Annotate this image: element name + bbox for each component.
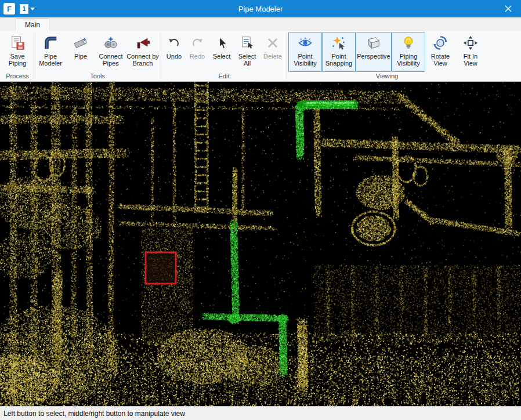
pipe-icon xyxy=(72,34,89,52)
qat-item[interactable]: 1 xyxy=(20,4,28,14)
ribbon-group-tools: Pipe Modeler Pipe Connect Pipes xyxy=(34,31,161,81)
fit-in-view-button[interactable]: Fit In View xyxy=(455,32,486,72)
pipe-modeler-button[interactable]: Pipe Modeler xyxy=(35,32,66,72)
window-title: Pipe Modeler xyxy=(0,5,521,13)
redo-icon xyxy=(189,34,206,52)
app-menu-button[interactable]: F xyxy=(3,3,15,15)
connect-pipes-button[interactable]: Connect Pipes xyxy=(96,32,126,72)
close-icon xyxy=(505,5,512,12)
ribbon-group-edit: Undo Redo Select xyxy=(161,31,287,81)
undo-icon xyxy=(165,34,183,52)
point-snapping-icon xyxy=(330,34,348,52)
status-text: Left button to select, middle/right butt… xyxy=(3,410,185,418)
pipe-modeler-icon xyxy=(42,34,59,52)
undo-button[interactable]: Undo xyxy=(162,32,186,72)
tab-main[interactable]: Main xyxy=(16,18,49,31)
redo-button[interactable]: Redo xyxy=(186,32,209,72)
save-piping-label: Save Piping xyxy=(3,53,32,67)
group-label-viewing: Viewing xyxy=(287,73,487,81)
ribbon-group-viewing: Point Visibility Point Snapping Perspect… xyxy=(287,31,487,81)
connect-by-branch-icon xyxy=(134,34,151,52)
ribbon-tab-row: Main xyxy=(0,17,521,31)
pipe-button[interactable]: Pipe xyxy=(66,32,96,72)
rotate-view-icon xyxy=(432,34,449,52)
select-button[interactable]: Select xyxy=(209,32,234,72)
save-piping-button[interactable]: Save Piping xyxy=(2,32,32,72)
delete-icon xyxy=(264,34,281,52)
point-visibility-icon xyxy=(296,34,314,52)
qat-dropdown-icon[interactable] xyxy=(30,7,35,10)
close-button[interactable] xyxy=(495,0,521,17)
group-label-process: Process xyxy=(1,73,34,81)
ribbon-group-process: Save Piping Process xyxy=(1,31,34,81)
connect-pipes-icon xyxy=(102,34,120,52)
save-icon xyxy=(9,34,26,52)
titlebar: F 1 Pipe Modeler xyxy=(0,0,521,17)
select-all-icon xyxy=(238,34,256,52)
rotate-view-button[interactable]: Rotate View xyxy=(425,32,455,72)
perspective-icon xyxy=(365,34,382,52)
group-label-tools: Tools xyxy=(34,73,161,81)
quick-access-toolbar[interactable]: 1 xyxy=(20,4,35,14)
piping-visibility-button[interactable]: Piping Visibility xyxy=(392,32,425,72)
viewport xyxy=(0,82,521,406)
select-all-button[interactable]: Select All xyxy=(234,32,260,72)
select-icon xyxy=(213,34,230,52)
point-snapping-button[interactable]: Point Snapping xyxy=(322,32,356,72)
delete-button[interactable]: Delete xyxy=(260,32,285,72)
group-label-edit: Edit xyxy=(161,73,287,81)
perspective-button[interactable]: Perspective xyxy=(356,32,392,72)
viewport-canvas[interactable] xyxy=(0,82,521,406)
piping-visibility-icon xyxy=(400,34,417,52)
point-visibility-button[interactable]: Point Visibility xyxy=(288,32,322,72)
app-menu-label: F xyxy=(7,5,12,13)
app-window: F 1 Pipe Modeler Main Save Piping xyxy=(0,0,521,420)
fit-in-view-icon xyxy=(462,34,479,52)
connect-by-branch-button[interactable]: Connect by Branch xyxy=(126,32,160,72)
statusbar: Left button to select, middle/right butt… xyxy=(0,406,521,420)
ribbon: Save Piping Process Pipe Modeler xyxy=(0,31,521,82)
